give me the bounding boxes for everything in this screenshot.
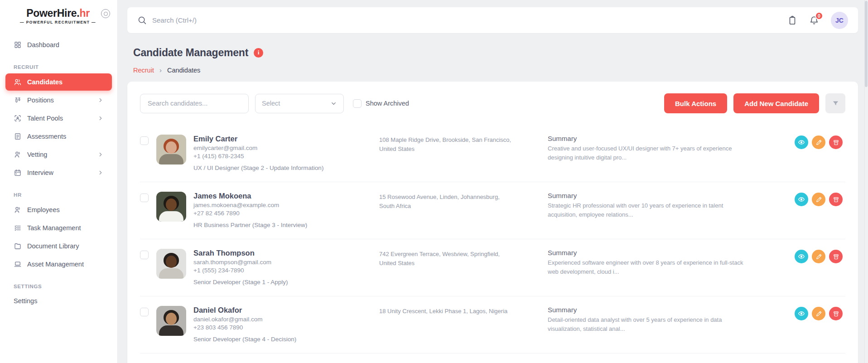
archive-candidate-button[interactable]	[829, 250, 843, 263]
sidebar-item-label: Talent Pools	[27, 115, 63, 122]
summary-text: Creative and user-focused UX/UI designer…	[548, 144, 743, 162]
row-checkbox[interactable]	[140, 251, 149, 259]
candidate-name[interactable]: Sarah Thompson	[193, 249, 372, 257]
archive-candidate-button[interactable]	[829, 193, 843, 206]
row-actions	[795, 306, 845, 320]
main-content: 0 JC Candidate Management i Recruit › Ca…	[118, 0, 868, 363]
candidate-phone: +1 (415) 678-2345	[193, 153, 372, 160]
view-candidate-button[interactable]	[795, 193, 808, 206]
row-checkbox[interactable]	[140, 194, 149, 202]
filter-funnel-button[interactable]	[825, 93, 845, 113]
archive-candidate-button[interactable]	[829, 307, 843, 320]
sidebar-item-talent-pools[interactable]: Talent Pools	[5, 110, 112, 127]
bulk-actions-button[interactable]: Bulk Actions	[664, 93, 727, 113]
show-archived-checkbox[interactable]	[353, 99, 362, 108]
notifications-bell-icon[interactable]: 0	[809, 15, 819, 25]
edit-candidate-button[interactable]	[812, 250, 825, 263]
edit-candidate-button[interactable]	[812, 136, 825, 149]
row-checkbox[interactable]	[140, 136, 149, 145]
sidebar-item-label: Dashboard	[27, 41, 59, 48]
employees-people-icon	[14, 206, 22, 214]
candidates-people-icon	[14, 78, 22, 86]
sidebar-item-dashboard[interactable]: Dashboard	[5, 36, 112, 53]
sidebar-collapse-toggle[interactable]	[101, 9, 110, 18]
table-row: Emily Carter emilycarter@gmail.com +1 (4…	[140, 125, 845, 182]
chevron-right-icon	[97, 169, 104, 176]
table-footer: Show 10 entries Showing 1 to 4 of 4 entr…	[140, 353, 845, 363]
positions-icon	[14, 96, 22, 104]
candidate-phone: +27 82 456 7890	[193, 210, 372, 217]
sidebar-item-label: Interview	[27, 169, 53, 176]
row-checkbox[interactable]	[140, 308, 149, 316]
sidebar-section-recruit: RECRUIT	[14, 64, 117, 70]
sidebar-item-asset-management[interactable]: Asset Management	[5, 256, 112, 273]
breadcrumb-recruit-link[interactable]: Recruit	[133, 67, 154, 74]
view-candidate-button[interactable]	[795, 136, 808, 149]
archive-candidate-button[interactable]	[829, 136, 843, 149]
table-row: James Mokoena james.mokoena@example.com …	[140, 182, 845, 239]
summary-text: Strategic HR professional with over 10 y…	[548, 201, 743, 219]
add-new-candidate-button[interactable]: Add New Candidate	[733, 93, 819, 113]
archive-box-icon	[833, 253, 839, 260]
global-search-input[interactable]	[152, 16, 787, 24]
candidate-card: Select Show Archived Bulk Actions Add Ne…	[127, 82, 858, 363]
sidebar-item-document-library[interactable]: Document Library	[5, 237, 112, 255]
info-badge-icon[interactable]: i	[254, 48, 263, 58]
chevron-right-icon	[97, 151, 104, 158]
show-archived-toggle[interactable]: Show Archived	[353, 99, 409, 108]
laptop-icon	[14, 260, 22, 268]
table-row: Daniel Okafor daniel.okafor@gmail.com +2…	[140, 296, 845, 353]
candidate-summary: Summary Detail-oriented data analyst wit…	[548, 306, 787, 333]
user-avatar[interactable]: JC	[831, 12, 848, 29]
edit-candidate-button[interactable]	[812, 307, 825, 320]
chevron-right-icon	[97, 115, 104, 121]
sidebar-item-vetting[interactable]: Vetting	[5, 146, 112, 163]
dashboard-grid-icon	[14, 41, 22, 49]
candidate-photo	[156, 192, 186, 222]
sidebar-item-employees[interactable]: Employees	[5, 201, 112, 218]
sidebar-item-interview[interactable]: Interview	[5, 164, 112, 181]
sidebar-item-label: Employees	[27, 206, 60, 213]
notification-count-badge: 0	[815, 12, 823, 20]
candidate-info: Sarah Thompson sarah.thompson@gmail.com …	[193, 249, 372, 286]
clipboard-icon[interactable]	[787, 15, 797, 25]
candidate-address: 108 Maple Ridge Drive, Brookside, San Fr…	[379, 135, 515, 154]
candidate-position-stage: UX / UI Designer (Stage 2 - Update Infor…	[193, 165, 372, 171]
summary-text: Experienced software engineer with over …	[548, 258, 743, 276]
candidate-email: emilycarter@gmail.com	[193, 145, 372, 151]
eye-icon	[798, 196, 805, 203]
sidebar-item-positions[interactable]: Positions	[5, 92, 112, 109]
candidate-name[interactable]: Daniel Okafor	[193, 306, 372, 315]
sidebar-section-settings: SETTINGS	[14, 284, 117, 289]
sidebar-item-assessments[interactable]: Assessments	[5, 128, 112, 145]
chevron-down-icon	[330, 100, 337, 107]
candidate-address: 18 Unity Crescent, Lekki Phase 1, Lagos,…	[379, 306, 515, 316]
candidate-search-input[interactable]	[140, 94, 249, 113]
sidebar-item-label: Document Library	[27, 242, 79, 250]
candidate-info: Daniel Okafor daniel.okafor@gmail.com +2…	[193, 306, 372, 343]
candidate-name[interactable]: Emily Carter	[193, 135, 372, 143]
scrollbar-thumb[interactable]	[865, 1, 868, 87]
breadcrumb: Recruit › Candidates	[133, 66, 858, 74]
table-row: Sarah Thompson sarah.thompson@gmail.com …	[140, 239, 845, 296]
view-candidate-button[interactable]	[795, 250, 808, 263]
summary-heading: Summary	[548, 249, 787, 257]
vetting-people-icon	[14, 150, 22, 159]
show-archived-label: Show Archived	[366, 100, 409, 107]
edit-candidate-button[interactable]	[812, 193, 825, 206]
view-candidate-button[interactable]	[795, 307, 808, 320]
sidebar-item-task-management[interactable]: Task Management	[5, 219, 112, 237]
archive-box-icon	[833, 139, 839, 146]
candidate-summary: Summary Experienced software engineer wi…	[548, 249, 787, 276]
filter-select[interactable]: Select	[255, 94, 344, 113]
row-actions	[795, 135, 845, 149]
brand-logo: PowerHire.hr — POWERFUL RECRUITMENT —	[0, 7, 117, 24]
talent-pools-icon	[14, 114, 22, 122]
scrollbar[interactable]	[864, 0, 868, 363]
candidate-name[interactable]: James Mokoena	[193, 192, 372, 200]
topbar: 0 JC	[127, 7, 858, 33]
sidebar-item-candidates[interactable]: Candidates	[5, 73, 112, 91]
sidebar-item-settings[interactable]: Settings	[0, 293, 117, 309]
funnel-icon	[832, 100, 839, 107]
candidate-photo	[156, 306, 186, 336]
